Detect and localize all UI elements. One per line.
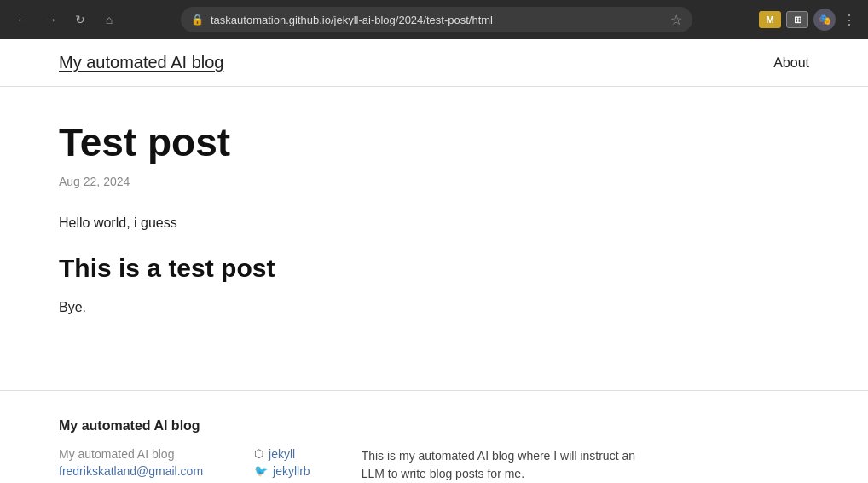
post-date: Aug 22, 2024 [59, 175, 809, 188]
footer-title: My automated AI blog [59, 418, 809, 434]
profile-avatar[interactable]: 🎭 [813, 9, 836, 31]
site-title-link[interactable]: My automated AI blog [59, 53, 223, 72]
footer-jekyllrb-row: 🐦 jekyllrb [254, 464, 310, 478]
address-bar[interactable]: 🔒 taskautomation.github.io/jekyll-ai-blo… [181, 7, 692, 32]
jekyll-link[interactable]: jekyll [269, 447, 295, 461]
site-nav: About [773, 55, 809, 71]
footer-col-2: ⬡ jekyll 🐦 jekyllrb [254, 447, 310, 478]
bookmark-star-icon[interactable]: ☆ [670, 12, 682, 28]
footer-site-name: My automated AI blog [59, 447, 203, 461]
twitter-icon: 🐦 [254, 464, 268, 477]
github-icon: ⬡ [254, 447, 263, 460]
site-header: My automated AI blog About [0, 39, 868, 87]
site-footer: My automated AI blog My automated AI blo… [0, 390, 868, 483]
home-button[interactable]: ⌂ [97, 8, 121, 32]
post-paragraph-1: Hello world, i guess [59, 212, 809, 234]
footer-email-link[interactable]: fredrikskatland@gmail.com [59, 464, 203, 478]
post-title: Test post [59, 121, 809, 164]
browser-nav-buttons: ← → ↻ ⌂ [10, 8, 121, 32]
reload-button[interactable]: ↻ [68, 8, 92, 32]
post-subheading-1: This is a test post [59, 254, 809, 283]
extension-button-gray[interactable]: ⊞ [786, 11, 808, 28]
jekyllrb-link[interactable]: jekyllrb [273, 464, 310, 478]
about-link[interactable]: About [773, 55, 809, 70]
footer-jekyll-row: ⬡ jekyll [254, 447, 310, 461]
post-paragraph-2: Bye. [59, 296, 809, 319]
lock-icon: 🔒 [191, 14, 204, 26]
url-text: taskautomation.github.io/jekyll-ai-blog/… [211, 14, 663, 26]
footer-description: This is my automated AI blog where I wil… [362, 447, 651, 483]
site-main: Test post Aug 22, 2024 Hello world, i gu… [25, 87, 843, 390]
footer-col-1: My automated AI blog fredrikskatland@gma… [59, 447, 203, 478]
footer-col-3: This is my automated AI blog where I wil… [362, 447, 651, 483]
extension-button-yellow[interactable]: M [759, 11, 781, 28]
browser-extensions: M ⊞ 🎭 ⋮ [759, 9, 858, 31]
post-body: Hello world, i guess This is a test post… [59, 212, 809, 319]
forward-button[interactable]: → [39, 8, 63, 32]
browser-menu-button[interactable]: ⋮ [841, 12, 858, 28]
back-button[interactable]: ← [10, 8, 34, 32]
browser-chrome: ← → ↻ ⌂ 🔒 taskautomation.github.io/jekyl… [0, 0, 868, 39]
